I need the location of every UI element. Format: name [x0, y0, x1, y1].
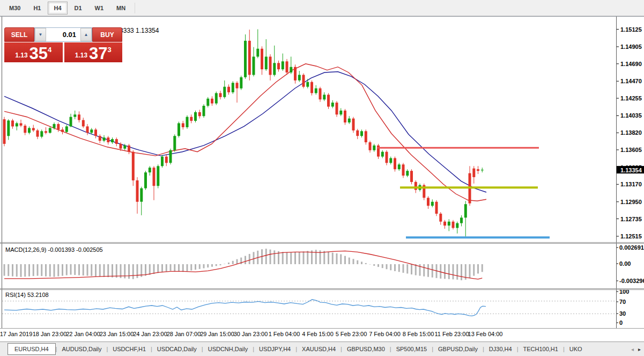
- svg-text:30: 30: [619, 310, 626, 317]
- panel-separator[interactable]: [0, 289, 644, 290]
- svg-text:-0.003296: -0.003296: [619, 278, 644, 284]
- price-axis: 1.151251.149051.146901.144701.142551.140…: [616, 26, 644, 239]
- chart-tab-uko[interactable]: UKO: [565, 344, 587, 354]
- one-click-trade-widget: SELL ▼ ▲ BUY 1.13 35 4 1.13 37 3: [4, 27, 122, 62]
- svg-text:1.13605: 1.13605: [620, 147, 642, 153]
- svg-text:1.14255: 1.14255: [620, 95, 642, 101]
- svg-text:1.12950: 1.12950: [620, 199, 642, 205]
- svg-text:1.14035: 1.14035: [620, 112, 642, 119]
- lot-increase-button[interactable]: ▲: [80, 28, 92, 41]
- time-axis-border: [0, 328, 644, 329]
- chart-tab-sp500-m15[interactable]: SP500,M15: [391, 344, 432, 354]
- svg-text:1.12735: 1.12735: [620, 216, 642, 222]
- macd-indicator-label: MACD(12,26,9) -0.001393 -0.002505: [5, 246, 103, 253]
- rsi-panel: 10070300: [2, 288, 629, 326]
- tab-scroll-arrows: ◂ ▸: [631, 346, 641, 352]
- svg-text:1.13820: 1.13820: [620, 129, 642, 136]
- sell-price-sup: 4: [48, 46, 51, 54]
- svg-text:13 Feb 04:00: 13 Feb 04:00: [468, 331, 503, 337]
- lot-size-spinner: ▼ ▲: [34, 27, 92, 42]
- svg-text:1 Feb 04:00: 1 Feb 04:00: [269, 331, 300, 337]
- chart-tab-usdcad-daily[interactable]: USDCAD,Daily: [152, 344, 202, 354]
- svg-text:1.14905: 1.14905: [620, 43, 642, 50]
- svg-text:70: 70: [619, 299, 626, 305]
- svg-text:17 Jan 2019: 17 Jan 2019: [0, 331, 32, 337]
- svg-text:1.13170: 1.13170: [620, 181, 642, 187]
- svg-text:5 Feb 23:00: 5 Feb 23:00: [336, 331, 367, 337]
- chart-tab-audusd-daily[interactable]: AUDUSD,Daily: [57, 344, 106, 354]
- chevron-up-icon: ▲: [84, 32, 88, 37]
- scroll-right-icon[interactable]: ▸: [638, 346, 641, 352]
- buy-button[interactable]: BUY: [92, 27, 122, 42]
- chart-tab-bar: EURUSD,H4|AUDUSD,Daily|USDCHF,H1|USDCAD,…: [0, 342, 644, 356]
- svg-text:7 Feb 04:00: 7 Feb 04:00: [369, 331, 401, 337]
- svg-text:29 Jan 15:00: 29 Jan 15:00: [200, 331, 234, 337]
- lot-decrease-button[interactable]: ▼: [35, 28, 46, 41]
- svg-text:0.00: 0.00: [619, 260, 631, 267]
- chart-tab-gbpusd-m30[interactable]: GBPUSD,M30: [342, 344, 390, 354]
- buy-price-tile[interactable]: 1.13 37 3: [64, 42, 123, 62]
- svg-text:1.13354: 1.13354: [620, 167, 642, 173]
- chevron-down-icon: ▼: [39, 32, 43, 37]
- lot-size-input[interactable]: [46, 28, 80, 41]
- svg-text:0: 0: [619, 319, 623, 326]
- chart-tab-dj30-h4[interactable]: DJ30,H4: [484, 344, 517, 354]
- chart-tab-xauusd-h4[interactable]: XAUUSD,H4: [297, 344, 340, 354]
- ma-slow-line: [4, 72, 486, 193]
- buy-price-big: 37: [89, 47, 107, 61]
- svg-text:18 Jan 23:00: 18 Jan 23:00: [33, 331, 67, 337]
- chart-tab-usdjpy-h4[interactable]: USDJPY,H4: [254, 344, 295, 354]
- rsi-line: [4, 300, 486, 316]
- macd-signal-line: [4, 251, 482, 279]
- scroll-left-icon[interactable]: ◂: [631, 346, 634, 352]
- chart-tabs: EURUSD,H4|AUDUSD,Daily|USDCHF,H1|USDCAD,…: [0, 343, 587, 355]
- panel-separator[interactable]: [0, 243, 644, 244]
- sell-price-tile[interactable]: 1.13 35 4: [4, 42, 63, 62]
- svg-text:1.15125: 1.15125: [620, 26, 642, 33]
- svg-text:1.12515: 1.12515: [620, 233, 642, 239]
- chart-left-border: [2, 17, 2, 328]
- sell-price-big: 35: [29, 47, 48, 61]
- ma-fast-line: [4, 64, 486, 201]
- sell-button[interactable]: SELL: [4, 27, 34, 42]
- price-axis-border: [616, 17, 617, 328]
- chart-tab-tech100-h1[interactable]: TECH100,H1: [519, 344, 563, 354]
- svg-text:0.002691: 0.002691: [619, 244, 644, 251]
- buy-price-prefix: 1.13: [75, 52, 87, 59]
- chart-tab-gbpusd-daily[interactable]: GBPUSD,Daily: [433, 344, 483, 354]
- chart-tab-eurusd-h4[interactable]: EURUSD,H4: [8, 343, 56, 355]
- sell-price-prefix: 1.13: [15, 52, 27, 59]
- chart-tab-usdcnh-daily[interactable]: USDCNH,Daily: [203, 344, 253, 354]
- time-axis: 17 Jan 201918 Jan 23:0022 Jan 04:0023 Ja…: [0, 331, 502, 337]
- chart-tab-usdchf-h1[interactable]: USDCHF,H1: [108, 344, 151, 354]
- svg-text:1.14470: 1.14470: [620, 78, 642, 84]
- svg-text:8 Feb 15:00: 8 Feb 15:00: [403, 331, 434, 337]
- panel-separator[interactable]: [0, 288, 644, 289]
- svg-text:1.14690: 1.14690: [620, 61, 642, 67]
- svg-text:22 Jan 04:00: 22 Jan 04:00: [66, 331, 100, 337]
- panel-separator[interactable]: [0, 242, 644, 243]
- svg-text:23 Jan 15:00: 23 Jan 15:00: [100, 331, 134, 337]
- buy-price-sup: 3: [108, 46, 112, 54]
- rsi-indicator-label: RSI(14) 53.2108: [5, 292, 49, 298]
- svg-text:11 Feb 23:00: 11 Feb 23:00: [434, 331, 469, 337]
- svg-text:30 Jan 23:00: 30 Jan 23:00: [234, 331, 268, 337]
- svg-text:4 Feb 15:00: 4 Feb 15:00: [302, 331, 334, 337]
- svg-text:28 Jan 07:00: 28 Jan 07:00: [167, 331, 201, 337]
- svg-text:24 Jan 23:00: 24 Jan 23:00: [133, 331, 167, 337]
